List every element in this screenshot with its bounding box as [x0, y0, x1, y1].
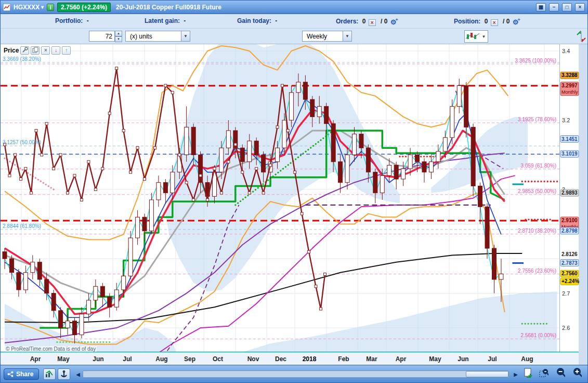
- candle-body: [422, 162, 426, 172]
- orders-cancel-icon[interactable]: ×: [369, 19, 376, 26]
- position-close-icon[interactable]: ×: [491, 19, 498, 26]
- x-axis-month-label: May: [429, 355, 441, 363]
- svg-text:2.8126: 2.8126: [561, 251, 578, 257]
- sar-green-mid: [275, 174, 276, 175]
- right-red-row-1: [547, 181, 548, 182]
- candle-body: [429, 162, 433, 172]
- sar-green-mid: [297, 157, 299, 158]
- right-green-row: [533, 323, 535, 324]
- right-red-row-2: [534, 219, 535, 220]
- scroll-right-button[interactable]: ▶: [511, 369, 520, 379]
- symbol-label: HGXXXX: [14, 4, 40, 11]
- sar-green-mid: [277, 172, 279, 173]
- svg-text:2.7556 (23.60%): 2.7556 (23.60%): [518, 268, 556, 274]
- svg-text:3.3625 (100.00%): 3.3625 (100.00%): [515, 58, 556, 63]
- candle-body: [450, 106, 454, 137]
- maximize-button[interactable]: □: [562, 3, 572, 11]
- zoom-out-button[interactable]: [556, 368, 565, 377]
- minimize-button[interactable]: –: [549, 3, 559, 11]
- timeframe-label: Weekly: [303, 33, 343, 40]
- copyright-notice: © ProRealTime.com Data is end of day: [5, 346, 97, 352]
- scroll-left-button[interactable]: ◀: [73, 369, 83, 379]
- y-axis-tick: 2.6: [562, 325, 570, 331]
- right-green-row: [524, 323, 526, 324]
- sar-green-left: [87, 341, 89, 343]
- sar-green-mid: [267, 180, 269, 181]
- price-badge: 2.7560 (+2.24%): [57, 3, 111, 12]
- sar-green-mid: [237, 202, 239, 204]
- candle-body: [80, 314, 84, 335]
- candle-body: [262, 155, 266, 172]
- candle-body: [401, 169, 406, 179]
- candle-body: [366, 148, 370, 172]
- sar-pink-left: [45, 184, 47, 185]
- gear-plus-icon: +: [395, 17, 398, 22]
- x-axis-month-label: Apr: [396, 355, 407, 363]
- sar-red-row: [405, 156, 407, 157]
- periods-input[interactable]: [89, 31, 115, 42]
- svg-text:3.1019: 3.1019: [561, 151, 578, 157]
- x-axis-month-label: Jun: [93, 355, 103, 363]
- sar-green-mid: [240, 200, 241, 202]
- sar-green-left: [102, 341, 104, 343]
- candle-body: [142, 217, 147, 231]
- window-chart-icon: [3, 4, 10, 11]
- x-axis-month-label: Dec: [275, 355, 286, 363]
- candle-body: [331, 124, 335, 162]
- title-bar: HGXXXX ▾ i 2.7560 (+2.24%) 20-Jul-2018 C…: [1, 1, 587, 14]
- chevron-down-icon: ▼: [480, 34, 487, 39]
- sar-green-mid: [234, 204, 236, 206]
- candle-body: [37, 262, 42, 279]
- right-red-row-1: [525, 181, 526, 182]
- chart-objects-button[interactable]: [43, 368, 56, 380]
- share-button[interactable]: Share: [4, 368, 39, 380]
- stepper-up-icon[interactable]: ▲: [115, 31, 122, 36]
- info-icon[interactable]: i: [47, 4, 54, 11]
- periods-stepper[interactable]: ▲ ▼: [115, 31, 122, 42]
- candle-body: [499, 274, 503, 279]
- timeframe-dropdown[interactable]: Weekly ▼: [302, 31, 352, 42]
- candle-body: [303, 82, 307, 99]
- right-green-row: [527, 323, 529, 324]
- chart-scrollbar[interactable]: [83, 371, 509, 378]
- right-red-row-2: [540, 219, 542, 220]
- zoom-in-button[interactable]: [572, 368, 582, 377]
- x-axis-month-label: Jul: [123, 355, 132, 363]
- sar-green-left: [56, 341, 58, 343]
- move-panel-up-icon[interactable]: ↑: [62, 46, 71, 55]
- indicator-settings-wrench-icon[interactable]: [20, 46, 29, 55]
- units-label: (x) units: [126, 33, 181, 40]
- candle-body: [185, 127, 189, 155]
- stepper-down-icon[interactable]: ▼: [115, 36, 122, 42]
- price-tool-button[interactable]: [58, 368, 70, 380]
- long-short-arrows-icon[interactable]: [576, 30, 587, 45]
- move-panel-down-icon[interactable]: ↓: [51, 46, 60, 55]
- units-dropdown[interactable]: (x) units ▼: [125, 31, 190, 42]
- svg-text:2.7873: 2.7873: [561, 260, 578, 266]
- candle-body: [492, 248, 496, 279]
- x-axis-month-label: Nov: [247, 355, 259, 363]
- candle-body: [149, 200, 153, 231]
- sar-green-left: [93, 341, 95, 343]
- close-button[interactable]: ×: [575, 3, 585, 11]
- candle-body: [317, 106, 321, 117]
- scrollbar-thumb[interactable]: [466, 371, 508, 377]
- right-green-row: [546, 323, 547, 324]
- sar-green-left: [96, 341, 98, 343]
- zoom-selection-button[interactable]: [539, 368, 548, 378]
- orders-label: Orders:: [336, 18, 358, 25]
- chart-style-button[interactable]: ▼: [464, 30, 488, 43]
- keyboard-icon[interactable]: ▦: [536, 3, 546, 11]
- sar-pink-left: [48, 185, 49, 187]
- candle-body: [359, 134, 363, 148]
- symbol-dropdown[interactable]: HGXXXX ▾: [14, 4, 44, 11]
- x-axis-month-label: Sep: [184, 355, 195, 363]
- detach-export-button[interactable]: [524, 368, 533, 378]
- candle-body: [17, 273, 21, 290]
- close-panel-icon[interactable]: ×: [41, 46, 50, 55]
- duplicate-panel-icon[interactable]: [31, 46, 40, 55]
- latent-gain-label: Latent gain:: [145, 17, 180, 24]
- sar-green-mid: [280, 170, 281, 171]
- x-axis-month-label: Apr: [30, 355, 41, 363]
- sar-green-mid: [317, 141, 319, 143]
